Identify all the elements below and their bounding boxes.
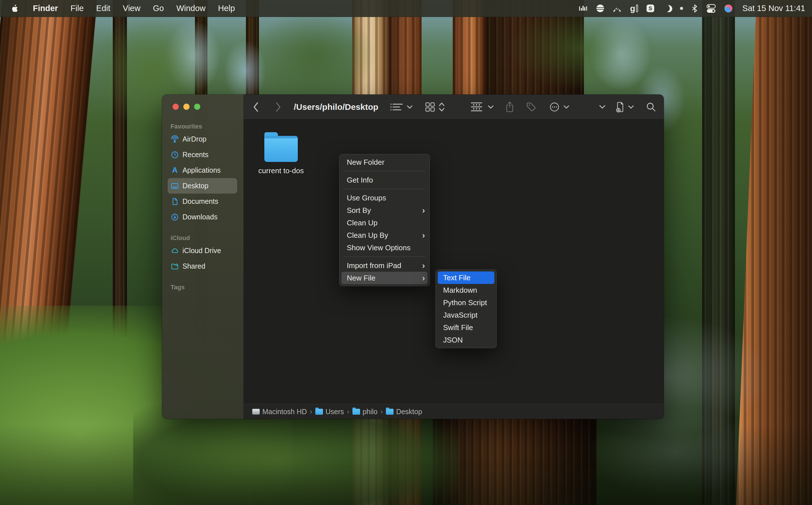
- desktop-icon: [170, 182, 179, 190]
- context-menu-item-clean-up-by[interactable]: Clean Up By ›: [341, 229, 428, 241]
- window-controls: [172, 104, 200, 110]
- siri-icon[interactable]: [724, 5, 732, 12]
- path-separator-icon: ›: [310, 408, 312, 415]
- airdrop-icon: [170, 135, 179, 143]
- context-menu-item-show-view-options[interactable]: Show View Options: [341, 241, 428, 254]
- submenu-item-swift-file[interactable]: Swift File: [438, 321, 494, 334]
- tags-button[interactable]: [526, 95, 536, 120]
- grammarly-icon[interactable]: g: [630, 4, 638, 13]
- context-menu-item-get-info[interactable]: Get Info: [341, 174, 428, 186]
- menu-bar-status-area: g S Sat 15 Nov 11:41: [575, 4, 812, 13]
- group-by-button[interactable]: [470, 95, 483, 120]
- sidebar-item-label: Shared: [183, 262, 205, 270]
- menu-bar-clock[interactable]: Sat 15 Nov 11:41: [742, 4, 805, 13]
- focus-moon-icon[interactable]: [663, 5, 672, 12]
- submenu-item-text-file[interactable]: Text File: [438, 272, 494, 284]
- icloud-drive-icon: [170, 247, 179, 255]
- submenu-chevron-icon: ›: [422, 231, 425, 239]
- wallpaper-tree-trunk: [113, 0, 127, 505]
- toolbar-overflow-chevron-icon[interactable]: [599, 95, 605, 120]
- path-crumb-macintosh-hd[interactable]: Macintosh HD: [252, 407, 307, 416]
- sidebar-item-downloads[interactable]: Downloads: [168, 209, 237, 225]
- apple-menu-icon[interactable]: [10, 4, 19, 13]
- sidebar: Favourites AirDrop Recents A Application…: [162, 95, 244, 419]
- context-menu-item-import-from-ipad[interactable]: Import from iPad ›: [341, 259, 428, 272]
- path-crumb-desktop[interactable]: Desktop: [386, 407, 422, 416]
- menu-bar-item-view[interactable]: View: [116, 4, 146, 13]
- sidebar-item-label: Downloads: [183, 213, 218, 221]
- sidebar-item-label: Applications: [183, 166, 221, 174]
- submenu-item-markdown[interactable]: Markdown: [438, 284, 494, 296]
- folder-icon: [264, 136, 298, 162]
- bluetooth-icon[interactable]: [692, 4, 698, 13]
- minimize-button[interactable]: [183, 104, 190, 110]
- menu-bar-item-window[interactable]: Window: [170, 4, 212, 13]
- stats-bars-icon[interactable]: [579, 5, 588, 12]
- context-menu-item-sort-by[interactable]: Sort By ›: [341, 204, 428, 216]
- menu-bar-item-edit[interactable]: Edit: [90, 4, 116, 13]
- back-button[interactable]: [252, 95, 259, 120]
- desktop-folder-item[interactable]: current to-dos: [254, 136, 308, 175]
- folder-content-area[interactable]: current to-dos: [244, 120, 664, 404]
- sidebar-item-label: Desktop: [183, 182, 209, 190]
- sidebar-header-tags: Tags: [170, 284, 243, 291]
- sidebar-item-recents[interactable]: Recents: [168, 147, 237, 162]
- s-app-icon[interactable]: S: [647, 5, 654, 12]
- zoom-button[interactable]: [194, 104, 200, 110]
- submenu-item-json[interactable]: JSON: [438, 334, 494, 346]
- folder-icon: [352, 409, 360, 415]
- icon-grid-view-button[interactable]: [425, 95, 435, 120]
- context-menu-item-clean-up[interactable]: Clean Up: [341, 216, 428, 229]
- wallpaper-sky-patch: [164, 20, 221, 94]
- more-options-chevron-icon[interactable]: [564, 95, 569, 120]
- share-button[interactable]: [505, 95, 514, 120]
- menu-bar-item-file[interactable]: File: [64, 4, 90, 13]
- new-document-chevron-icon[interactable]: [628, 95, 634, 120]
- applications-icon: A: [170, 166, 179, 175]
- group-by-chevron-icon[interactable]: [488, 95, 493, 120]
- sidebar-item-icloud-drive[interactable]: iCloud Drive: [168, 243, 237, 259]
- context-menu-item-new-file[interactable]: New File ›: [341, 272, 428, 284]
- sidebar-item-shared[interactable]: Shared: [168, 259, 237, 274]
- sidebar-header-favourites: Favourites: [170, 123, 243, 130]
- menu-bar-item-help[interactable]: Help: [212, 4, 241, 13]
- path-separator-icon: ›: [380, 408, 383, 415]
- new-document-button[interactable]: [615, 95, 625, 120]
- path-separator-icon: ›: [347, 408, 349, 415]
- submenu-item-javascript[interactable]: JavaScript: [438, 309, 494, 321]
- sidebar-item-label: Recents: [183, 151, 209, 159]
- path-crumb-philo[interactable]: philo: [352, 407, 378, 416]
- sidebar-item-applications[interactable]: A Applications: [168, 162, 237, 178]
- path-crumb-users[interactable]: Users: [315, 407, 344, 416]
- wallpaper-tree-trunk: [0, 0, 97, 505]
- sidebar-item-desktop[interactable]: Desktop: [168, 178, 237, 194]
- wallpaper-sky-patch: [224, 40, 266, 102]
- more-options-button[interactable]: [549, 95, 560, 120]
- new-file-submenu: Text File Markdown Python Script JavaScr…: [436, 270, 497, 348]
- downloads-icon: [170, 213, 179, 221]
- menu-separator: [343, 171, 426, 171]
- control-center-icon[interactable]: [706, 4, 716, 13]
- menu-bar-item-go[interactable]: Go: [147, 4, 170, 13]
- striped-circle-icon[interactable]: [596, 5, 604, 12]
- forward-button[interactable]: [275, 95, 281, 120]
- window-main-pane: /Users/philo/Desktop: [244, 95, 664, 419]
- list-view-chevron-icon[interactable]: [407, 95, 413, 120]
- menu-bar-app-name[interactable]: Finder: [27, 4, 64, 13]
- sidebar-item-airdrop[interactable]: AirDrop: [168, 131, 237, 147]
- list-view-button[interactable]: [390, 95, 403, 120]
- vpn-arc-icon[interactable]: [612, 5, 621, 12]
- search-button[interactable]: [646, 95, 656, 120]
- context-menu-item-new-folder[interactable]: New Folder: [341, 156, 428, 168]
- toolbar: /Users/philo/Desktop: [244, 95, 664, 120]
- submenu-item-python-script[interactable]: Python Script: [438, 296, 494, 309]
- folder-item-label: current to-dos: [254, 166, 308, 175]
- sidebar-item-label: Documents: [183, 197, 218, 205]
- close-button[interactable]: [172, 104, 179, 110]
- context-menu-item-use-groups[interactable]: Use Groups: [341, 192, 428, 204]
- menu-bar: Finder File Edit View Go Window Help g S…: [0, 0, 812, 17]
- view-stepper-icon[interactable]: [439, 95, 445, 120]
- sidebar-item-documents[interactable]: Documents: [168, 194, 237, 209]
- sidebar-list: Favourites AirDrop Recents A Application…: [162, 95, 243, 291]
- wallpaper-tree-trunk: [736, 0, 812, 505]
